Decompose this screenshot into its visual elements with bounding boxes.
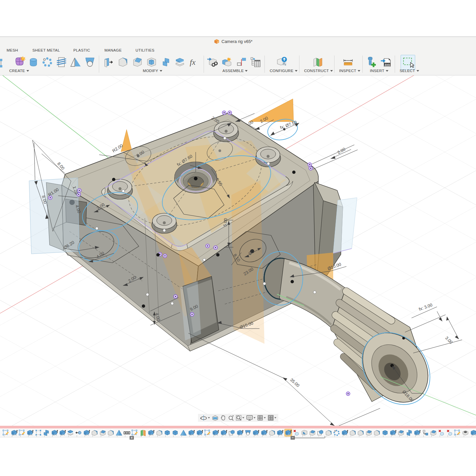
timeline-feature-fillet[interactable] <box>91 429 99 437</box>
timeline-feature-extrude[interactable] <box>413 429 421 437</box>
tab-mesh[interactable]: MESH <box>7 48 18 52</box>
parameters-fx-icon[interactable] <box>189 56 200 69</box>
tab-sheet-metal[interactable]: SHEET METAL <box>32 48 60 52</box>
timeline-feature-combine[interactable] <box>405 429 413 437</box>
press-pull-icon[interactable] <box>103 56 114 69</box>
fillet-icon[interactable] <box>117 56 129 69</box>
group-inspect[interactable]: INSPECT <box>339 69 360 73</box>
construction-plane-orange-center[interactable] <box>249 99 294 122</box>
half-triangle-icon[interactable] <box>70 56 81 69</box>
shell-icon[interactable] <box>146 56 157 69</box>
timeline-position-bar[interactable] <box>0 426 476 428</box>
orbit-button[interactable] <box>200 415 210 421</box>
timeline-feature-extrude[interactable] <box>260 429 268 437</box>
insert-svg-icon[interactable] <box>380 56 392 69</box>
timeline-feature-chamfer[interactable] <box>397 429 405 437</box>
timeline-feature-plane[interactable] <box>139 429 147 437</box>
group-configure[interactable]: CONFIGURE <box>270 69 298 73</box>
configure-icon[interactable] <box>276 56 288 69</box>
construction-plane-orange-left[interactable] <box>121 130 132 152</box>
sketch-partial-icon[interactable] <box>0 56 7 69</box>
timeline-feature-combine[interactable] <box>42 429 50 437</box>
pattern-circle-icon[interactable] <box>42 56 53 69</box>
timeline-feature-sketch[interactable] <box>454 429 461 437</box>
timeline-feature-revolve[interactable] <box>75 429 83 437</box>
timeline-feature-extrude[interactable] <box>276 429 284 437</box>
group-insert[interactable]: INSERT <box>370 69 388 73</box>
insert-fastener-icon[interactable] <box>366 56 377 69</box>
split-body-icon[interactable] <box>174 56 185 69</box>
timeline-feature-boxframe[interactable] <box>316 429 324 437</box>
timeline-feature-fillet[interactable] <box>349 429 357 437</box>
tab-plastic[interactable]: PLASTIC <box>73 48 90 52</box>
timeline-feature-suppress[interactable] <box>437 429 445 437</box>
timeline-feature-extrude[interactable] <box>470 429 476 437</box>
insert-derive-icon[interactable] <box>207 56 218 69</box>
chamfer-icon[interactable] <box>132 56 143 69</box>
timeline-feature-move[interactable] <box>421 429 429 437</box>
look-at-button[interactable] <box>212 415 218 421</box>
group-modify[interactable]: MODIFY <box>143 69 162 73</box>
ruled-surface-icon[interactable] <box>56 56 67 69</box>
timeline-group-collapse[interactable]: − <box>291 436 295 440</box>
model-viewport[interactable]: R2.008.002.00002.00fx: Ø7.502.008.00R1.0… <box>0 75 476 426</box>
timeline-feature-extrude[interactable] <box>389 429 397 437</box>
timeline-feature-fillet[interactable] <box>357 429 365 437</box>
timeline-feature-fillet[interactable] <box>373 429 381 437</box>
measure-icon[interactable] <box>342 56 354 69</box>
timeline-feature-extrude[interactable] <box>236 429 244 437</box>
dimension-label[interactable]: fx: 3.00 <box>418 302 433 312</box>
dimension-label[interactable]: 8.00 <box>57 161 66 171</box>
timeline-feature-pattern3[interactable] <box>123 429 131 437</box>
fit-button[interactable] <box>236 415 244 421</box>
timeline-feature-circpattern[interactable] <box>333 429 340 437</box>
construct-plane-icon[interactable] <box>312 56 324 69</box>
timeline-feature-pyramidhole[interactable] <box>244 429 252 437</box>
timeline-feature-extrude[interactable] <box>10 429 18 437</box>
timeline-feature-chamfer[interactable] <box>308 429 316 437</box>
timeline-feature-chamfer[interactable] <box>429 429 437 437</box>
timeline-feature-chamfer[interactable] <box>365 429 373 437</box>
display-settings-button[interactable] <box>246 415 256 421</box>
pyramid-hole-icon[interactable] <box>84 56 96 69</box>
timeline-feature-points[interactable] <box>34 429 42 437</box>
tab-manage[interactable]: MANAGE <box>104 48 122 52</box>
timeline-feature-extrude[interactable] <box>147 429 155 437</box>
dimension-label[interactable]: 3.00 <box>444 336 454 345</box>
timeline-feature-hole[interactable] <box>461 429 469 437</box>
timeline-feature-sketch[interactable] <box>204 429 212 437</box>
timeline-feature-extrude[interactable] <box>220 429 228 437</box>
dimension-label[interactable]: 5.00 <box>222 218 228 227</box>
dimension-label[interactable]: 35.00 <box>289 377 300 388</box>
timeline-feature-split[interactable] <box>66 429 74 437</box>
timeline-feature-extrude[interactable] <box>284 429 292 437</box>
bom-table-icon[interactable] <box>250 56 262 69</box>
timeline-feature-fillet[interactable] <box>268 429 276 437</box>
viewports-button[interactable] <box>268 415 276 421</box>
timeline-feature-extrude[interactable] <box>50 429 58 437</box>
timeline-feature-extrude[interactable] <box>340 429 348 437</box>
timeline-feature-extrude[interactable] <box>195 429 203 437</box>
new-component-icon[interactable] <box>221 56 233 69</box>
timeline-feature-suppress[interactable] <box>445 429 453 437</box>
timeline-feature-box[interactable] <box>163 429 171 437</box>
timeline-feature-sketch[interactable] <box>2 429 10 437</box>
timeline-group-expand[interactable]: + <box>130 436 134 440</box>
group-select[interactable]: SELECT <box>400 69 419 73</box>
timeline-feature-extrude[interactable] <box>59 429 66 437</box>
timeline-feature-chamfer[interactable] <box>99 429 107 437</box>
dimension-label[interactable]: R2.00 <box>111 143 124 153</box>
zoom-button[interactable] <box>228 415 234 421</box>
timeline-feature-sketch[interactable] <box>18 429 26 437</box>
tab-utilities[interactable]: UTILITIES <box>136 48 154 52</box>
timeline-feature-box[interactable] <box>171 429 179 437</box>
group-construct[interactable]: CONSTRUCT <box>304 69 333 73</box>
cylinder-icon[interactable] <box>28 56 39 69</box>
group-create[interactable]: CREATE <box>9 69 29 73</box>
timeline-feature-triangle[interactable] <box>115 429 123 437</box>
timeline-feature-extrude[interactable] <box>83 429 91 437</box>
timeline-feature-extrude[interactable] <box>252 429 260 437</box>
joint-icon[interactable] <box>236 56 248 69</box>
pan-button[interactable] <box>220 415 226 421</box>
timeline-feature-fillet[interactable] <box>107 429 115 437</box>
